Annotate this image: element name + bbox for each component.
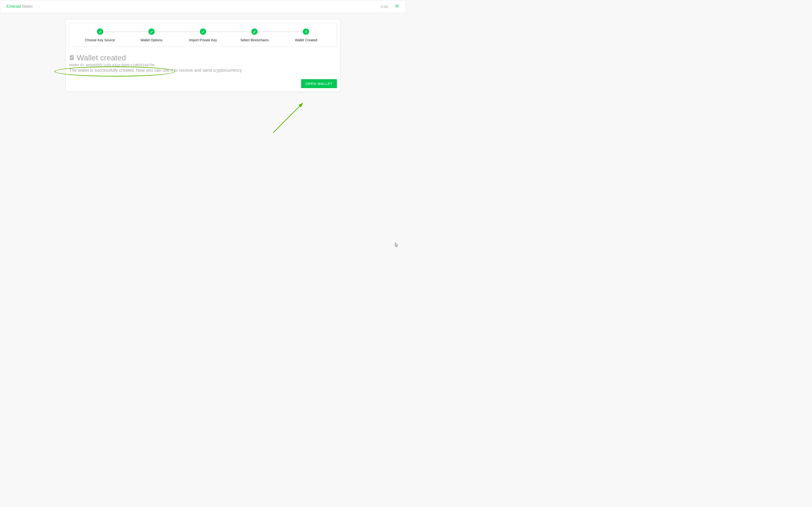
step-select-blockchains: Select Blockchains	[229, 29, 280, 42]
step-number-icon: 5	[303, 29, 309, 35]
wallet-id-label: Wallet ID:	[69, 63, 86, 67]
step-import-private-key: Import Private Key	[177, 29, 229, 42]
header-right: 0.00	[381, 4, 400, 9]
check-icon	[251, 29, 258, 35]
result-title: Wallet created	[77, 53, 126, 62]
clipboard-check-icon	[69, 54, 74, 62]
step-choose-key-source: Choose Key Source	[74, 29, 126, 42]
check-icon	[148, 29, 155, 35]
main-content: Choose Key Source Wallet Options	[0, 13, 406, 98]
stepper-container: Choose Key Source Wallet Options	[69, 23, 337, 47]
svg-line-3	[273, 104, 302, 133]
annotation-arrow	[259, 101, 307, 145]
app-logo: Emerald Wallet	[6, 4, 33, 9]
stepper: Choose Key Source Wallet Options	[74, 29, 332, 42]
menu-icon[interactable]	[395, 4, 400, 9]
step-label: Wallet Created	[295, 38, 317, 42]
result-section: Wallet created Wallet ID: ae6eb593-1c03-…	[69, 53, 337, 88]
wallet-id-value: ae6eb593-1c03-431e-90e9-c1d83316a70e	[86, 63, 155, 67]
svg-marker-4	[298, 103, 303, 107]
app-header: Emerald Wallet 0.00	[0, 0, 406, 13]
check-icon	[97, 29, 103, 35]
logo-brand: Emerald	[6, 4, 21, 8]
step-label: Choose Key Source	[85, 38, 115, 42]
wallet-id-row: Wallet ID: ae6eb593-1c03-431e-90e9-c1d83…	[69, 63, 155, 67]
step-label: Wallet Options	[141, 38, 163, 42]
check-icon	[200, 29, 206, 35]
step-label: Import Private Key	[189, 38, 217, 42]
step-label: Select Blockchains	[240, 38, 269, 42]
step-wallet-created: 5 Wallet Created	[280, 29, 332, 42]
result-description: The wallet is successfully created. Now …	[69, 68, 337, 73]
wizard-card: Choose Key Source Wallet Options	[65, 19, 341, 92]
cursor-icon	[395, 243, 399, 247]
open-wallet-button[interactable]: Open Wallet	[301, 79, 337, 88]
balance-value: 0.00	[381, 5, 388, 9]
button-row: Open Wallet	[69, 79, 337, 88]
result-title-row: Wallet created	[69, 53, 337, 62]
step-wallet-options: Wallet Options	[126, 29, 177, 42]
logo-product: Wallet	[21, 4, 33, 8]
